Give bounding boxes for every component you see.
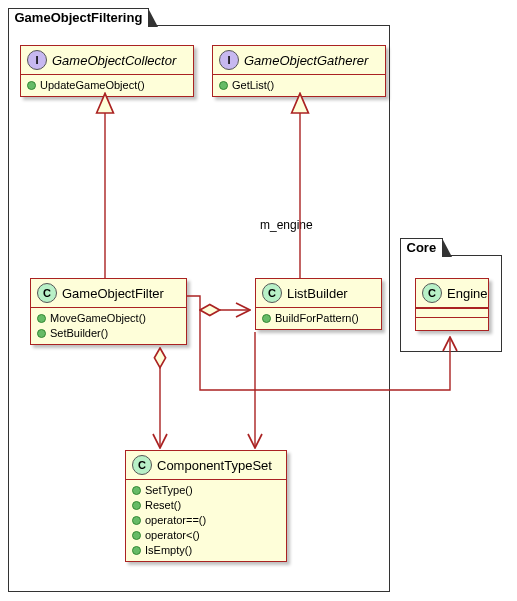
package-core-tab: Core	[400, 238, 444, 257]
package-core-label: Core	[407, 240, 437, 255]
class-collector-name: GameObjectCollector	[52, 53, 176, 68]
class-gatherer: I GameObjectGatherer GetList()	[212, 45, 386, 97]
method: GetList()	[219, 78, 379, 93]
method: SetBuilder()	[37, 326, 180, 341]
class-icon: C	[422, 283, 442, 303]
interface-icon: I	[219, 50, 239, 70]
class-filter-name: GameObjectFilter	[62, 286, 164, 301]
method: IsEmpty()	[132, 543, 280, 558]
method: SetType()	[132, 483, 280, 498]
method: operator<()	[132, 528, 280, 543]
class-icon: C	[132, 455, 152, 475]
class-listbuilder-name: ListBuilder	[287, 286, 348, 301]
method: UpdateGameObject()	[27, 78, 187, 93]
class-collector: I GameObjectCollector UpdateGameObject()	[20, 45, 194, 97]
class-icon: C	[262, 283, 282, 303]
method: BuildForPattern()	[262, 311, 375, 326]
class-gatherer-name: GameObjectGatherer	[244, 53, 368, 68]
interface-icon: I	[27, 50, 47, 70]
class-cts-name: ComponentTypeSet	[157, 458, 272, 473]
method: operator==()	[132, 513, 280, 528]
class-filter: C GameObjectFilter MoveGameObject() SetB…	[30, 278, 187, 345]
class-icon: C	[37, 283, 57, 303]
package-filtering-tab: GameObjectFiltering	[8, 8, 150, 27]
method: MoveGameObject()	[37, 311, 180, 326]
method: Reset()	[132, 498, 280, 513]
class-engine-name: Engine	[447, 286, 487, 301]
class-cts: C ComponentTypeSet SetType() Reset() ope…	[125, 450, 287, 562]
label-m-engine: m_engine	[260, 218, 313, 232]
class-engine: C Engine	[415, 278, 489, 331]
package-filtering-label: GameObjectFiltering	[15, 10, 143, 25]
class-listbuilder: C ListBuilder BuildForPattern()	[255, 278, 382, 330]
